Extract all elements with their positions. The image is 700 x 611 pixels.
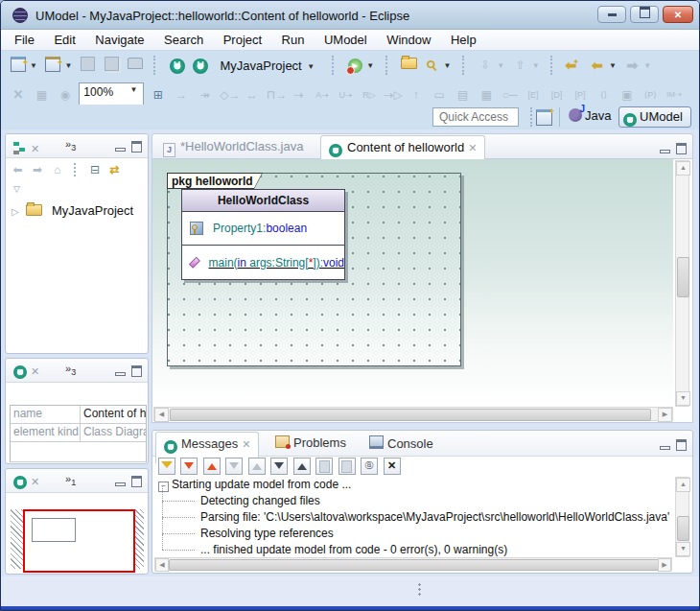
new-wizard-dropdown[interactable]: ▼ <box>30 61 37 70</box>
save-button[interactable] <box>80 57 97 74</box>
collapse-all-button[interactable]: ⊟ <box>88 161 103 178</box>
class-box[interactable]: HelloWorldClass Property1:boolean main(i… <box>181 189 345 280</box>
messages-horizontal-scrollbar[interactable]: ◀ ▶ <box>154 557 672 571</box>
search-button[interactable]: ⚲ <box>423 57 440 74</box>
diagram-canvas[interactable]: pkg helloworld HelloWorldClass Property1… <box>152 159 693 423</box>
primitive-type-button[interactable]: [P] <box>572 86 589 104</box>
menu-window[interactable]: Window <box>379 30 438 50</box>
zoom-combo[interactable]: 100% ▼ <box>79 82 144 106</box>
menu-umodel[interactable]: UModel <box>316 30 375 50</box>
view-menu-button[interactable]: ▽ <box>13 184 20 194</box>
menu-file[interactable]: File <box>7 30 42 50</box>
log-line[interactable]: −Starting update model from code ... <box>154 477 672 493</box>
menu-search[interactable]: Search <box>156 30 211 50</box>
perspective-java-button[interactable]: Java <box>565 106 618 128</box>
menu-navigate[interactable]: Navigate <box>87 30 152 50</box>
menu-run[interactable]: Run <box>274 30 313 50</box>
maximize-view-icon[interactable] <box>676 439 687 451</box>
overview-viewport[interactable] <box>23 509 135 573</box>
print-button[interactable] <box>127 57 144 74</box>
editor-vertical-scrollbar[interactable]: ▲ ▼ <box>675 160 689 407</box>
tree-forward-button[interactable]: ➡ <box>31 161 45 178</box>
next-message-button[interactable] <box>270 458 288 475</box>
maximize-view-icon[interactable] <box>131 141 142 153</box>
new-project-button[interactable]: ✦ <box>44 57 61 74</box>
package-frame[interactable]: pkg helloworld HelloWorldClass Property1… <box>167 173 461 366</box>
filter-button[interactable] <box>158 458 175 475</box>
scroll-right-button[interactable]: ▶ <box>658 408 672 422</box>
minimize-button[interactable] <box>597 6 626 23</box>
annotation-button[interactable]: ▣ <box>618 86 636 104</box>
scroll-thumb[interactable] <box>677 516 689 541</box>
more-views-button[interactable]: »1 <box>65 473 76 487</box>
next-error-button[interactable] <box>180 458 198 475</box>
overview-tab[interactable]: U✕ <box>13 473 39 490</box>
new-wizard-button[interactable]: ✦ <box>10 57 27 74</box>
link-with-editor-button[interactable]: ⇄ <box>107 161 122 178</box>
forward-dropdown[interactable]: ▼ <box>643 61 651 70</box>
minimize-view-icon[interactable] <box>660 446 670 450</box>
scroll-left-button[interactable]: ◀ <box>155 558 169 572</box>
scroll-up-button[interactable]: ▲ <box>676 161 690 176</box>
log-line[interactable]: ... finished update model from code - 0 … <box>154 542 672 557</box>
scroll-thumb[interactable] <box>170 409 651 421</box>
component-button[interactable]: ▦ <box>478 86 495 104</box>
quick-access-input[interactable] <box>432 107 519 127</box>
minimize-editor-icon[interactable] <box>660 150 670 153</box>
tree-item-project[interactable]: ▷ MyJavaProject <box>12 203 133 218</box>
log-line[interactable]: Resolving type references <box>154 526 672 542</box>
tree-back-button[interactable]: ⬅ <box>11 161 25 178</box>
maximize-view-icon[interactable] <box>131 365 142 377</box>
class-button[interactable]: ▤ <box>455 86 472 104</box>
stereotype-button[interactable]: ⟨⟩ <box>595 86 612 104</box>
umodel-sync-button[interactable]: U <box>169 57 186 74</box>
maximize-button[interactable] <box>630 6 659 23</box>
perspective-umodel-button[interactable]: UUModel <box>618 106 691 128</box>
tab-close-icon[interactable]: ✕ <box>468 142 477 154</box>
interface-button[interactable]: ○─ <box>502 86 519 104</box>
expander-icon[interactable]: ▷ <box>12 206 19 217</box>
dependency-button[interactable]: ⇢ <box>291 86 308 104</box>
aggregation-button[interactable]: ◇→ <box>220 86 237 104</box>
composition-button[interactable]: ⊓→ <box>267 86 284 104</box>
previous-annotation-dropdown[interactable]: ▼ <box>532 61 540 70</box>
find-button[interactable]: ⓐ <box>361 458 378 475</box>
minimize-view-icon[interactable] <box>115 372 126 376</box>
project-combo[interactable]: MyJavaProject ▼ <box>214 57 322 75</box>
property-row[interactable]: element kind Class Diagram <box>11 424 146 442</box>
class-name[interactable]: HelloWorldClass <box>182 190 344 212</box>
last-edit-location-button[interactable]: ⬅✦ <box>565 57 582 74</box>
minimize-view-icon[interactable] <box>115 482 126 486</box>
hyperlink-button[interactable]: ◉ <box>57 86 74 104</box>
new-project-dropdown[interactable]: ▼ <box>64 61 72 70</box>
fit-to-window-button[interactable]: ⊞ <box>150 86 167 104</box>
previous-message-button[interactable] <box>293 458 311 475</box>
run-button[interactable]: ▶ <box>346 57 363 74</box>
clear-button[interactable]: ✕ <box>384 458 401 475</box>
maximize-view-icon[interactable] <box>131 476 142 487</box>
menu-project[interactable]: Project <box>216 30 269 50</box>
class-operation-row[interactable]: main(in args:String[*]):void <box>182 245 344 279</box>
menu-help[interactable]: Help <box>443 30 484 50</box>
scroll-right-button[interactable]: ▶ <box>658 558 671 572</box>
title-bar[interactable]: UModel - MyJavaProject::helloworld::Cont… <box>1 1 700 30</box>
save-all-button[interactable] <box>103 57 120 74</box>
abstraction-button[interactable]: A⇢ <box>314 86 331 104</box>
log-line[interactable]: Detecting changed files <box>154 493 672 509</box>
interface-realization-button[interactable]: ⇢▷ <box>384 86 401 104</box>
profile-button[interactable]: ⟨P⟩ <box>642 86 659 104</box>
package-import-button[interactable]: IM⇢ <box>665 86 683 104</box>
next-annotation-dropdown[interactable]: ▼ <box>497 61 504 70</box>
minimize-view-icon[interactable] <box>115 148 126 152</box>
run-dropdown[interactable]: ▼ <box>366 61 374 70</box>
crop-button[interactable]: ▦ <box>33 86 50 104</box>
next-annotation-button[interactable]: ⇩ <box>477 57 494 74</box>
delete-button[interactable]: ✕ <box>10 86 27 104</box>
directed-association-button[interactable]: ↠ <box>197 86 214 104</box>
messages-vertical-scrollbar[interactable]: ▲ ▼ <box>675 477 689 557</box>
forward-button[interactable]: ➡ <box>623 57 641 74</box>
back-dropdown[interactable]: ▼ <box>609 61 617 70</box>
association-button[interactable]: → <box>173 86 190 104</box>
log-line[interactable]: Parsing file: 'C:\Users\altova\workspace… <box>154 509 672 526</box>
scroll-up-button[interactable]: ▲ <box>676 478 690 492</box>
